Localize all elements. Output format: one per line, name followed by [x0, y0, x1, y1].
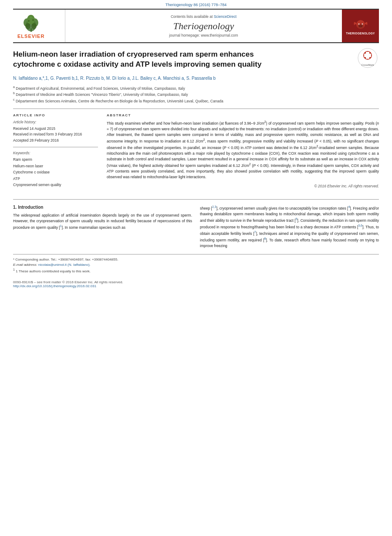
- article-title: Helium-neon laser irradiation of cryopre…: [13, 50, 266, 70]
- svg-point-5: [25, 23, 30, 29]
- journal-info-center: Contents lists available at ScienceDirec…: [65, 10, 342, 42]
- svg-point-7: [28, 20, 30, 22]
- elsevier-logo: ELSEVIER: [17, 13, 44, 39]
- svg-text:CrossMark: CrossMark: [361, 64, 374, 66]
- article-dates: Received 14 August 2015 Received in revi…: [13, 126, 98, 144]
- journal-header: ELSEVIER Contents lists available at Sci…: [13, 9, 379, 43]
- main-content: CrossMark Helium-neon laser irradiation …: [0, 43, 392, 193]
- svg-point-13: [362, 23, 363, 24]
- received-date: Received 14 August 2015: [13, 126, 98, 132]
- elsevier-logo-area: ELSEVIER: [13, 10, 65, 42]
- keyword-1: Ram sperm: [13, 156, 98, 163]
- elsevier-wordmark: ELSEVIER: [17, 34, 44, 39]
- footnote-email: E-mail address: nicolaia@unimol.it (N. I…: [13, 262, 379, 268]
- abstract-column: ABSTRACT This study examines whether and…: [107, 113, 379, 188]
- svg-point-8: [32, 19, 34, 21]
- svg-rect-20: [364, 54, 371, 57]
- abstract-text: This study examines whether and how heli…: [107, 120, 379, 180]
- keywords-label: Keywords:: [13, 151, 98, 155]
- intro-heading: 1. Introduction: [13, 205, 192, 210]
- abstract-heading: ABSTRACT: [107, 113, 379, 117]
- footnote-corresponding: * Corresponding author. Tel.: +390874404…: [13, 257, 379, 262]
- svg-point-12: [358, 23, 359, 24]
- footnote-contributed: 1 1 These authors contributed equally to…: [13, 268, 379, 274]
- info-abstract-section: ARTICLE INFO Article history: Received 1…: [13, 113, 379, 188]
- journal-logo-name: THERIOGENOLOGY: [346, 32, 375, 35]
- affiliation-a: a Department of Agricultural, Environmen…: [13, 85, 379, 92]
- intro-text-left: The widespread application of artificial…: [13, 213, 192, 231]
- intro-left-col: 1. Introduction The widespread applicati…: [13, 205, 192, 249]
- intro-text-right: sheep [2,3], cryopreserved semen usually…: [200, 205, 379, 249]
- body-two-col: 1. Introduction The widespread applicati…: [13, 205, 379, 249]
- article-info-heading: ARTICLE INFO: [13, 113, 98, 117]
- svg-point-9: [30, 17, 31, 18]
- revised-date: Received in revised form 3 February 2016: [13, 132, 98, 138]
- keyword-4: ATP: [13, 176, 98, 182]
- svg-point-16: [361, 26, 362, 27]
- keyword-2: Helium-neon laser: [13, 163, 98, 169]
- accepted-date: Accepted 28 February 2016: [13, 138, 98, 144]
- contents-available: Contents lists available at ScienceDirec…: [171, 14, 237, 19]
- copyright-line: © 2016 Elsevier Inc. All rights reserved…: [107, 184, 379, 188]
- journal-title: Theriogenology: [173, 20, 234, 32]
- crossmark-icon: CrossMark: [356, 47, 379, 68]
- keyword-3: Cytochrome c oxidase: [13, 169, 98, 175]
- keywords-section: Keywords: Ram sperm Helium-neon laser Cy…: [13, 151, 98, 188]
- article-info-column: ARTICLE INFO Article history: Received 1…: [13, 113, 98, 188]
- sciencedirect-link[interactable]: ScienceDirect: [214, 14, 237, 19]
- elsevier-tree-icon: [19, 13, 43, 33]
- intro-right-col: sheep [2,3], cryopreserved semen usually…: [200, 205, 379, 249]
- journal-logo-box: THERIOGENOLOGY: [342, 10, 379, 42]
- keywords-list: Ram sperm Helium-neon laser Cytochrome c…: [13, 156, 98, 188]
- affiliation-c: c Département des Sciences Animales, Cen…: [13, 98, 379, 104]
- journal-citation: Theriogenology 86 (2016) 778–784: [0, 0, 392, 9]
- info-divider: [13, 147, 98, 147]
- issn-line: 0093-691X/$ – see front matter © 2016 El…: [13, 280, 379, 284]
- affiliations: a Department of Agricultural, Environmen…: [13, 85, 379, 104]
- svg-point-15: [359, 26, 360, 27]
- history-label: Article history:: [13, 120, 98, 124]
- journal-bull-icon: [350, 17, 372, 32]
- footnotes-section: * Corresponding author. Tel.: +390874404…: [13, 254, 379, 274]
- affiliation-b: b Department of Medicine and Health Scie…: [13, 91, 379, 98]
- svg-point-6: [31, 23, 37, 29]
- body-section: 1. Introduction The widespread applicati…: [13, 199, 379, 249]
- journal-homepage: journal homepage: www.theriojournal.com: [169, 33, 238, 37]
- authors: N. Iaffaldano a,*,1, G. Paventi b,1, R. …: [13, 75, 379, 81]
- doi-link[interactable]: http://dx.doi.org/10.1016/j.theriogenolo…: [13, 284, 379, 288]
- crossmark-badge: CrossMark: [356, 47, 379, 69]
- divider: [13, 109, 379, 109]
- email-link[interactable]: nicolaia@unimol.it (N. Iaffaldano).: [38, 263, 91, 267]
- bottom-bar: 0093-691X/$ – see front matter © 2016 El…: [13, 278, 379, 288]
- keyword-5: Cryopreserved semen quality: [13, 182, 98, 188]
